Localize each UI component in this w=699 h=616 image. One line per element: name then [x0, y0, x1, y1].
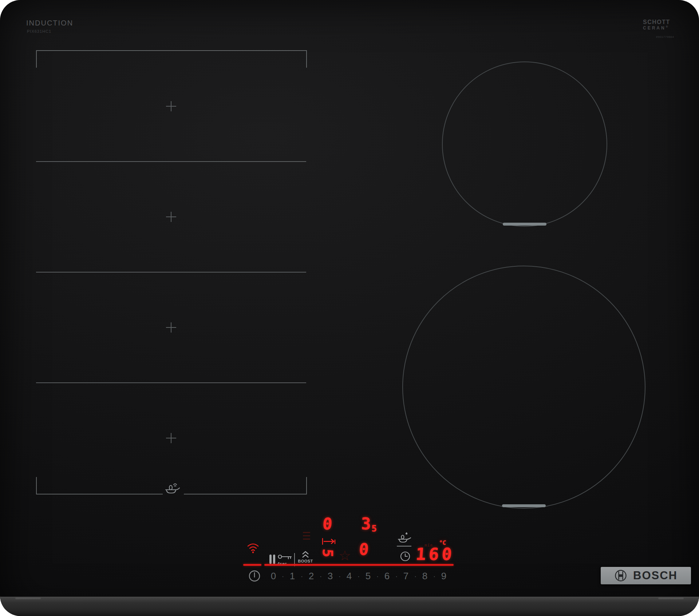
rear-right-cooking-zone [442, 61, 607, 227]
flex-zone-move-icon [321, 538, 336, 545]
level-7[interactable]: 7 [400, 571, 411, 582]
front-right-cooking-zone [402, 266, 645, 509]
sensor-divider [397, 546, 411, 547]
level-dot: · [298, 572, 306, 580]
level-dot: · [374, 572, 382, 580]
level-9[interactable]: 9 [438, 571, 449, 582]
bosch-logo-text: BOSCH [633, 569, 678, 582]
bosch-logo-plate: BOSCH [601, 567, 691, 584]
flex-zone-divider-line [36, 161, 306, 162]
level-3[interactable]: 3 [325, 571, 336, 582]
level-1[interactable]: 1 [287, 571, 298, 582]
flex-zone-plus-marker [166, 322, 176, 333]
wifi-icon [246, 541, 260, 554]
power-slider[interactable] [242, 563, 457, 568]
power-sub-digit: 5 [372, 524, 377, 534]
flex-zone-bottom-bracket-left [36, 477, 163, 494]
flex-zone-plus-marker [166, 101, 176, 111]
bosch-anchor-icon [614, 569, 627, 582]
flex-zone-bottom-bracket-right [184, 477, 307, 494]
hob-front-edge [0, 597, 699, 616]
settings-menu-dim-icon [303, 532, 310, 542]
slider-off-segment [243, 564, 261, 566]
flex-zone-top-bracket [36, 50, 307, 68]
level-dot: · [430, 572, 438, 580]
flex-zone-plus-marker [166, 212, 176, 222]
flex-zone-plus-marker [166, 433, 176, 443]
temp-value-display: 160 [415, 546, 455, 563]
frying-sensor-pan-icon [396, 530, 413, 543]
level-dot: · [279, 572, 287, 580]
rear-left-power-display[interactable]: 0 [322, 516, 333, 532]
level-dot: · [317, 572, 325, 580]
rear-right-power-display[interactable]: 35 [361, 516, 376, 532]
flex-zone-divider-line [36, 382, 306, 383]
front-right-power-display[interactable]: 0 [358, 541, 369, 557]
level-0[interactable]: 0 [268, 571, 279, 582]
edge-highlight [15, 597, 41, 599]
model-number: PIX631HC1 [27, 29, 51, 33]
ceran-line: CERAN® [643, 25, 683, 31]
cooking-sensor-pan-icon [163, 480, 183, 496]
power-main-digit: 3 [361, 514, 371, 533]
induction-hob-surface: INDUCTION PIX631HC1 SCHOTT CERAN® #90177… [0, 0, 699, 616]
level-5[interactable]: 5 [363, 571, 374, 582]
front-zone-pan-marker [502, 504, 546, 507]
schott-ceran-logo: SCHOTT CERAN® [643, 19, 683, 31]
level-4[interactable]: 4 [344, 571, 355, 582]
timer-clock-button[interactable] [400, 551, 411, 562]
key-icon [277, 553, 293, 560]
level-6[interactable]: 6 [382, 571, 392, 582]
favorite-star-button[interactable]: ☆ [339, 549, 351, 563]
level-2[interactable]: 2 [306, 571, 317, 582]
registered-mark: ® [666, 25, 668, 28]
boost-chevrons-icon [301, 551, 309, 558]
power-button[interactable] [248, 570, 261, 582]
power-level-row[interactable]: 0 · 1 · 2 · 3 · 4 · 5 · 6 · 7 · 8 · 9 [268, 570, 450, 582]
level-dot: · [336, 572, 344, 580]
glass-serial-number: #901779664 [656, 35, 674, 39]
slider-scale-segment [264, 564, 454, 566]
front-left-power-display[interactable]: 5 [322, 544, 333, 562]
rear-zone-pan-marker [503, 223, 546, 226]
level-dot: · [392, 572, 400, 580]
level-8[interactable]: 8 [419, 571, 430, 582]
schott-line: SCHOTT [643, 19, 683, 25]
level-dot: · [411, 572, 419, 580]
level-dot: · [355, 572, 363, 580]
flex-zone-divider-line [36, 272, 306, 273]
surface-label: INDUCTION [26, 19, 73, 27]
edge-highlight [658, 597, 684, 599]
